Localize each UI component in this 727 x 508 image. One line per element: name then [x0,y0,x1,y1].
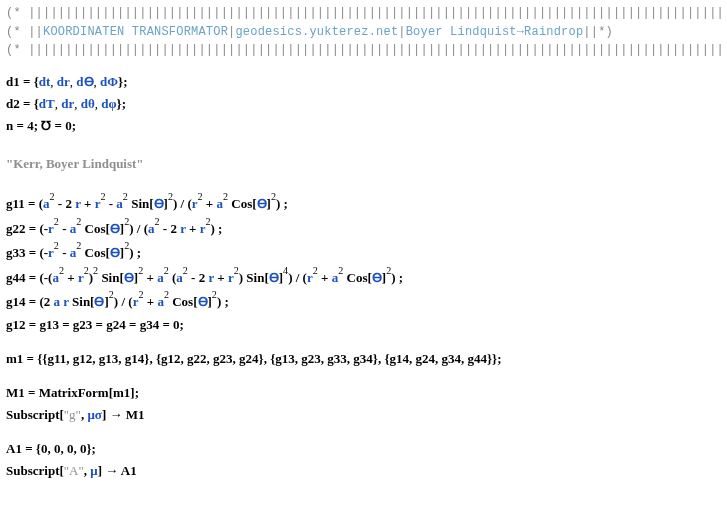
d2-definition: d2 = {dT, dr, dθ, dφ}; [6,94,721,114]
g22-definition: g22 = (-r2 - a2 Cos[ϴ]2) / (a2 - 2 r + r… [6,217,721,239]
g33-definition: g33 = (-r2 - a2 Cos[ϴ]2) ; [6,241,721,263]
comment-bar-bottom: (* |||||||||||||||||||||||||||||||||||||… [6,41,721,60]
blank-spacer [6,371,721,381]
g14-definition: g14 = (2 a r Sin[ϴ]2) / (r2 + a2 Cos[ϴ]2… [6,290,721,312]
blank-spacer [6,337,721,347]
blank-spacer [6,180,721,190]
comment-bar-top: (* |||||||||||||||||||||||||||||||||||||… [6,4,721,23]
g11-definition: g11 = (a2 - 2 r + r2 - a2 Sin[ϴ]2) / (r2… [6,192,721,214]
comment-title: (* ||KOORDINATEN TRANSFORMATOR|geodesics… [6,23,721,42]
d1-definition: d1 = {dt, dr, dϴ, dΦ}; [6,72,721,92]
blank-spacer [6,427,721,437]
blank-spacer [6,60,721,70]
kerr-label: "Kerr, Boyer Lindquist" [6,154,721,174]
A1-definition: A1 = {0, 0, 0, 0}; [6,439,721,459]
blank-spacer [6,138,721,148]
g-zero-definitions: g12 = g13 = g23 = g24 = g34 = 0; [6,315,721,335]
m1-definition: m1 = {{g11, g12, g13, g14}, {g12, g22, g… [6,349,721,369]
g44-definition: g44 = (-(a2 + r2)2 Sin[ϴ]2 + a2 (a2 - 2 … [6,266,721,288]
mathematica-code-page: (* |||||||||||||||||||||||||||||||||||||… [0,0,727,508]
subscript-g: Subscript["g", μσ] → M1 [6,405,721,425]
subscript-A: Subscript["A", μ] → A1 [6,461,721,481]
M1-matrixform: M1 = MatrixForm[m1]; [6,383,721,403]
n-mho-definition: n = 4; ℧ = 0; [6,116,721,136]
